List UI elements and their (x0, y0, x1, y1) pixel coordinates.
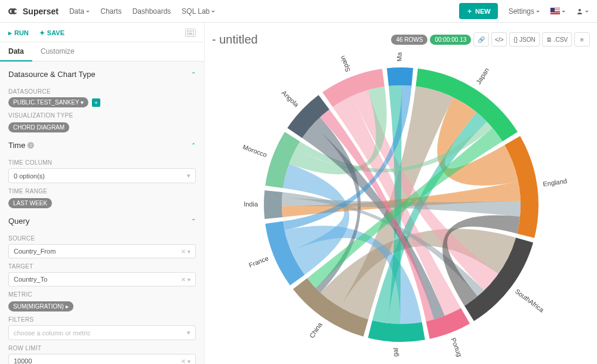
run-label: RUN (14, 29, 29, 36)
user-menu[interactable] (576, 8, 589, 15)
embed-button[interactable]: </> (491, 32, 507, 47)
chord-label: China (307, 320, 324, 339)
chart-title[interactable]: - untitled (212, 33, 258, 47)
time-range-pill[interactable]: LAST WEEK (8, 198, 52, 208)
new-button[interactable]: ＋ NEW (459, 3, 498, 19)
chord-label: Angola (280, 89, 300, 109)
menu-icon: ≡ (580, 36, 584, 43)
chord-label: SouthAfrica (513, 288, 545, 314)
rowlimit-select[interactable]: 10000 ✕ ▾ (8, 354, 196, 364)
csv-label: .CSV (554, 36, 568, 43)
rows-badge: 46 ROWS (391, 35, 427, 45)
top-nav: Superset Data Charts Dashboards SQL Lab … (0, 0, 597, 23)
section-datasource[interactable]: Datasource & Chart Type ⌃ (8, 61, 196, 84)
chevron-up-icon: ⌃ (191, 71, 196, 78)
clear-icon[interactable]: ✕ ▾ (181, 358, 190, 365)
datasource-label: DATASOURCE (8, 88, 196, 95)
nav-dashboards[interactable]: Dashboards (133, 7, 171, 16)
nav-charts[interactable]: Charts (100, 7, 121, 16)
metric-label: METRIC (8, 291, 196, 298)
csv-button[interactable]: 🗎.CSV (542, 32, 572, 47)
section-time-title: Time (8, 141, 25, 150)
nav-settings[interactable]: Settings (509, 7, 540, 16)
add-datasource-button[interactable]: ＋ (92, 98, 100, 107)
svg-rect-5 (192, 32, 192, 32)
keyboard-icon[interactable] (185, 29, 196, 37)
plus-icon: ＋ (466, 7, 473, 16)
svg-rect-3 (189, 32, 190, 32)
chevron-up-icon: ⌃ (191, 218, 196, 224)
chevron-down-icon: ▾ (187, 172, 190, 180)
chord-diagram: MaliJapanEnglandSouthAfricaPortugalSeneg… (212, 53, 590, 357)
rowlimit-label: ROW LIMIT (8, 345, 196, 351)
chord-arc[interactable] (264, 190, 282, 219)
nav-sqllab[interactable]: SQL Lab (181, 7, 215, 16)
chord-label: Morocco (242, 143, 268, 159)
section-datasource-title: Datasource & Chart Type (8, 70, 96, 79)
section-query-title: Query (8, 217, 29, 226)
rowlimit-value: 10000 (14, 357, 32, 364)
locale-picker[interactable] (550, 8, 565, 14)
braces-icon: {} (513, 36, 518, 43)
logo-icon (8, 5, 20, 17)
chevron-up-icon: ⌃ (191, 142, 196, 149)
save-button[interactable]: ✦ SAVE (39, 29, 64, 37)
target-label: TARGET (8, 263, 196, 270)
svg-rect-1 (187, 30, 194, 35)
chord-label: Japan (474, 66, 490, 85)
chord-arc[interactable] (386, 67, 413, 86)
link-button[interactable]: 🔗 (473, 32, 489, 47)
datasource-pill[interactable]: PUBLIC.TEST_SANKEY ▾ (8, 97, 88, 107)
target-value: Country_To (14, 276, 47, 283)
logo[interactable]: Superset (8, 5, 59, 17)
tab-customize[interactable]: Customize (32, 42, 83, 61)
json-button[interactable]: {}JSON (509, 32, 539, 47)
source-select[interactable]: Country_From ✕ ▾ (8, 244, 196, 258)
json-label: JSON (519, 36, 536, 43)
time-badge: 00:00:00.13 (430, 35, 471, 45)
chevron-down-icon: ▾ (187, 329, 190, 337)
source-value: Country_From (14, 248, 56, 255)
clear-icon[interactable]: ✕ ▾ (181, 276, 190, 283)
filters-label: FILTERS (8, 316, 196, 323)
chord-label: Portugal (450, 337, 465, 357)
tab-data[interactable]: Data (0, 42, 32, 61)
chord-label: Spain (338, 55, 351, 73)
link-icon: 🔗 (478, 36, 485, 43)
chord-label: England (542, 177, 567, 188)
time-column-value: 0 option(s) (14, 172, 45, 180)
chord-label: France (248, 254, 269, 269)
save-icon: ✦ (39, 29, 45, 37)
save-label: SAVE (47, 29, 64, 36)
time-range-label: TIME RANGE (8, 188, 196, 195)
new-label: NEW (475, 8, 491, 15)
filters-placeholder: choose a column or metric (14, 329, 91, 337)
section-query[interactable]: Query ⌃ (8, 208, 196, 230)
time-column-select[interactable]: 0 option(s) ▾ (8, 168, 196, 183)
time-column-label: TIME COLUMN (8, 159, 196, 166)
source-label: SOURCE (8, 235, 196, 242)
brand-text: Superset (23, 7, 59, 16)
section-time[interactable]: Time i ⌃ (8, 132, 196, 155)
nav-data[interactable]: Data (69, 7, 90, 16)
svg-rect-4 (190, 32, 191, 32)
control-panel: ▸ RUN ✦ SAVE Data Customize Datasource &… (0, 23, 205, 364)
target-select[interactable]: Country_To ✕ ▾ (8, 272, 196, 286)
menu-button[interactable]: ≡ (574, 32, 590, 47)
svg-rect-2 (188, 32, 189, 32)
run-button[interactable]: ▸ RUN (8, 29, 29, 37)
chord-label: India (244, 200, 259, 208)
filters-select[interactable]: choose a column or metric ▾ (8, 325, 196, 340)
chord-label: Mali (395, 53, 402, 61)
metric-pill[interactable]: SUM(MIGRATION) ▸ (8, 301, 73, 311)
play-icon: ▸ (8, 29, 12, 37)
svg-rect-6 (189, 33, 192, 34)
svg-point-0 (578, 9, 581, 11)
chord-label: Senegal (391, 348, 399, 357)
viz-type-label: VISUALIZATION TYPE (8, 112, 196, 119)
file-icon: 🗎 (546, 36, 552, 43)
viz-type-pill[interactable]: CHORD DIAGRAM (8, 122, 69, 132)
info-icon: i (27, 142, 34, 149)
clear-icon[interactable]: ✕ ▾ (181, 248, 190, 255)
code-icon: </> (495, 36, 503, 43)
